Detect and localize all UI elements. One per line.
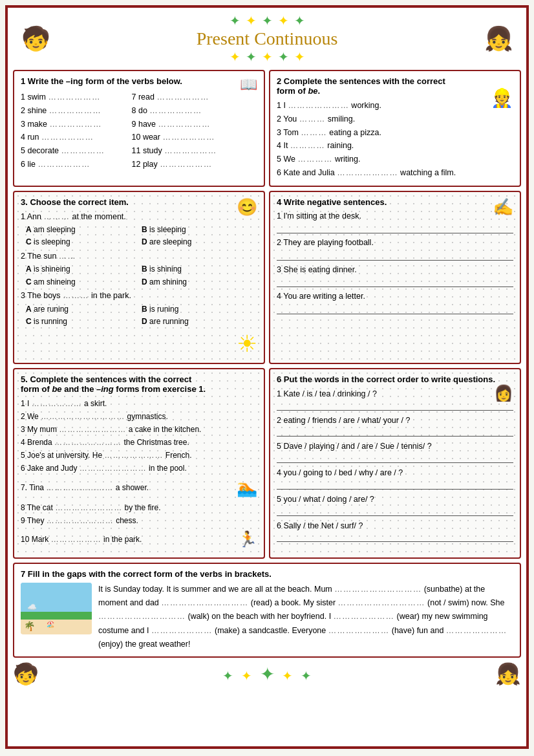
writing-icon: ✍️ — [493, 197, 513, 217]
question-text: 2 The sun …… — [21, 250, 257, 263]
star-icon: ✦ — [262, 13, 273, 28]
star-icon: ✦ — [230, 13, 240, 28]
list-item: 1 Kate / is / tea / drinking / ? — [277, 388, 513, 400]
list-item: 10 Mark ……………… in the park. 🏃 — [21, 528, 257, 551]
list-item: 6 Jake and Judy …………………… in the pool. — [21, 462, 257, 474]
reading-icon: 📖 — [240, 76, 257, 93]
list-item: 8 do ……………… — [132, 105, 240, 117]
exercise-1-title: 1 Write the –ing form of the verbs below… — [21, 76, 257, 86]
exercise-4-items: 1 I'm sitting at the desk. 2 They are pl… — [277, 211, 513, 314]
sun-icon: ☀ — [21, 330, 257, 358]
star-icon: ✦ — [278, 49, 289, 65]
list-item: 6 lie ……………… — [21, 158, 129, 171]
list-item: 2 eating / friends / are / what/ your / … — [277, 415, 513, 427]
star-icon: ✦ — [282, 669, 293, 683]
mc-option: B is sleeping — [142, 224, 257, 236]
exercise-7-text: It is Sunday today. It is summer and we … — [98, 583, 513, 651]
list-item: 7. Tina …………………… a shower. 🏊 — [21, 475, 257, 501]
list-item: 3 make ……………… — [21, 118, 129, 131]
mc-option: B is shining — [142, 263, 257, 275]
list-item: 9 have ……………… — [132, 118, 240, 131]
exercise-7-inner: ☁️ 🌴 🏖️ It is Sunday today. It is summer… — [21, 583, 513, 651]
exercise-7-title: 7 Fill in the gaps with the correct form… — [21, 569, 513, 579]
page-title: Present Continuous — [197, 28, 338, 49]
list-item: 2 shine ……………… — [21, 105, 129, 117]
list-item: 5 We ………… writing. — [277, 153, 513, 166]
star-icon: ✦ — [262, 49, 273, 65]
list-item: 6 Sally / the Net / surf/ ? — [277, 520, 513, 532]
star-icon: ✦ — [294, 49, 305, 65]
list-item: 1 I ……………… a skirt. — [21, 398, 257, 409]
answer-line — [277, 224, 513, 233]
star-icon: ✦ — [246, 49, 257, 65]
mc-options: A is shineing B is shining C am shineing… — [26, 263, 257, 288]
boy-character-left: 🧒 — [21, 25, 50, 52]
list-item: 9 They …………………… chess. — [21, 515, 257, 526]
exercise-1-box: 1 Write the –ing form of the verbs below… — [13, 70, 265, 187]
list-item: 3 Tom ……… eating a pizza. — [277, 127, 513, 139]
answer-line — [277, 533, 513, 542]
header-stars-bottom: ✦ ✦ ✦ ✦ ✦ — [227, 49, 308, 65]
list-item: 1 swim ……………… — [21, 91, 129, 103]
list-item: 5 decorate …………… — [21, 145, 129, 157]
star-icon: ✦ — [294, 13, 305, 28]
star-icon: ✦ — [241, 669, 252, 683]
star-icon: ✦ — [278, 13, 289, 28]
mc-options: A am sleeping B is sleeping C is sleepin… — [26, 224, 257, 248]
answer-line — [277, 305, 513, 314]
exercise-2-items: 1 I ………………… working. 2 You ……… smiling. … — [277, 100, 513, 179]
exercise-5-box: 5. Complete the sentences with the corre… — [13, 368, 265, 559]
list-item: 2 They are playing football. — [277, 237, 513, 249]
list-item: 5 you / what / doing / are/ ? — [277, 493, 513, 506]
list-item: 3 My mum …………………… a cake in the kitchen. — [21, 424, 257, 435]
exercise-1-col2: 7 read ……………… 8 do ……………… 9 have ……………… … — [132, 90, 240, 172]
exercise-6-items: 1 Kate / is / tea / drinking / ? 2 eatin… — [277, 388, 513, 543]
list-item: 10 wear ……………… — [132, 131, 240, 144]
star-icon: ✦ — [260, 664, 275, 684]
beach-image: ☁️ 🌴 🏖️ — [21, 583, 92, 634]
exercise-6-box: 6 Put the words in the correct order to … — [269, 368, 521, 559]
page-container: 🧒 ✦ ✦ ✦ ✦ ✦ Present Continuous ✦ ✦ ✦ ✦ ✦… — [5, 5, 529, 749]
list-item: 11 study ……………… — [132, 145, 240, 157]
header-stars-top: ✦ ✦ ✦ ✦ ✦ — [227, 13, 308, 28]
mc-option: C is running — [26, 316, 142, 328]
exercise-1-columns: 1 swim ……………… 2 shine ……………… 3 make …………… — [21, 90, 240, 172]
list-item: 4 Brenda …………………… the Christmas tree. — [21, 437, 257, 448]
list-item: 2 You ……… smiling. — [277, 113, 513, 125]
answer-line — [277, 481, 513, 490]
exercise-3-box: 3. Choose the correct item. 😊 1 Ann ……… … — [13, 191, 265, 364]
list-item: 8 The cat …………………… by the fire. — [21, 502, 257, 513]
exercise-2-title: 2 Complete the sentences with the correc… — [277, 76, 513, 96]
exercise-5-items: 1 I ……………… a skirt. 2 We ………………………… gymn… — [21, 398, 257, 551]
mc-options: A are runing B is runing C is running D … — [26, 303, 257, 328]
answer-line — [277, 427, 513, 437]
exercise-3-q1: 1 Ann ……… at the moment. A am sleeping B… — [21, 211, 257, 249]
mc-option: C is sleeping — [26, 236, 142, 248]
emoji-icon: 😊 — [237, 197, 257, 217]
girl-character-bottom-right: 👧 — [495, 662, 521, 686]
mc-option: D are sleeping — [142, 236, 257, 248]
exercise-2-box: 2 Complete the sentences with the correc… — [269, 70, 521, 187]
pool-icon: 🏊 — [237, 475, 257, 501]
list-item: 4 run ……………… — [21, 131, 129, 144]
question-text: 1 Ann ……… at the moment. — [21, 211, 257, 223]
footer-stars: ✦ ✦ ✦ ✦ ✦ — [220, 664, 314, 685]
answer-line — [277, 252, 513, 261]
exercise-4-box: 4 Write negative sentences. ✍️ 1 I'm sit… — [269, 191, 521, 364]
answer-line — [277, 402, 513, 411]
mc-option: D are running — [142, 316, 257, 328]
exercise-1-col1: 1 swim ……………… 2 shine ……………… 3 make …………… — [21, 90, 129, 172]
exercise-4-title: 4 Write negative sentences. ✍️ — [277, 197, 513, 207]
star-icon: ✦ — [222, 669, 233, 683]
list-item: 5 Dave / playing / and / are / Sue / ten… — [277, 440, 513, 453]
mc-option: A are runing — [26, 303, 142, 316]
header: 🧒 ✦ ✦ ✦ ✦ ✦ Present Continuous ✦ ✦ ✦ ✦ ✦… — [13, 13, 521, 65]
mc-option: A am sleeping — [26, 224, 142, 236]
answer-line — [277, 278, 513, 287]
list-item: 2 We ………………………… gymnastics. — [21, 411, 257, 422]
girl-character-right: 👧 — [484, 25, 513, 52]
exercise-3-title: 3. Choose the correct item. 😊 — [21, 197, 257, 207]
worker-icon: 👷 — [491, 87, 513, 109]
mc-option: C am shineing — [26, 276, 142, 288]
list-item: 6 Kate and Julia ………………… watching a film… — [277, 167, 513, 179]
